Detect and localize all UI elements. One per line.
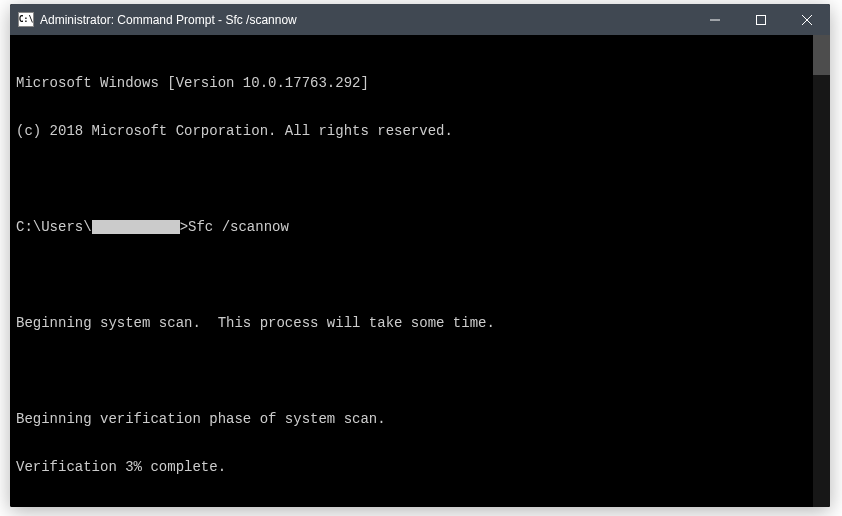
svg-rect-1 xyxy=(757,15,766,24)
titlebar[interactable]: C:\ Administrator: Command Prompt - Sfc … xyxy=(10,4,830,35)
output-line-blank xyxy=(10,267,813,283)
maximize-icon xyxy=(756,15,766,25)
close-icon xyxy=(802,15,812,25)
scrollbar-thumb[interactable] xyxy=(813,35,830,75)
cmd-icon: C:\ xyxy=(18,12,34,27)
prompt-command: >Sfc /scannow xyxy=(180,219,289,235)
output-line-version: Microsoft Windows [Version 10.0.17763.29… xyxy=(10,75,813,91)
window-controls xyxy=(692,4,830,35)
output-line-blank xyxy=(10,171,813,187)
redacted-username xyxy=(92,220,180,234)
maximize-button[interactable] xyxy=(738,4,784,35)
output-line-copyright: (c) 2018 Microsoft Corporation. All righ… xyxy=(10,123,813,139)
output-line-progress: Verification 3% complete. xyxy=(10,459,813,475)
cmd-icon-label: C:\ xyxy=(19,15,33,24)
minimize-button[interactable] xyxy=(692,4,738,35)
output-line-begin-scan: Beginning system scan. This process will… xyxy=(10,315,813,331)
scrollbar[interactable] xyxy=(813,35,830,507)
prompt-prefix: C:\Users\ xyxy=(16,219,92,235)
window-title: Administrator: Command Prompt - Sfc /sca… xyxy=(40,13,297,27)
terminal-output[interactable]: Microsoft Windows [Version 10.0.17763.29… xyxy=(10,35,813,507)
command-prompt-window: C:\ Administrator: Command Prompt - Sfc … xyxy=(10,4,830,507)
output-line-blank xyxy=(10,363,813,379)
prompt-line: C:\Users\>Sfc /scannow xyxy=(10,219,813,235)
output-line-begin-verify: Beginning verification phase of system s… xyxy=(10,411,813,427)
terminal-area: Microsoft Windows [Version 10.0.17763.29… xyxy=(10,35,830,507)
close-button[interactable] xyxy=(784,4,830,35)
minimize-icon xyxy=(710,15,720,25)
